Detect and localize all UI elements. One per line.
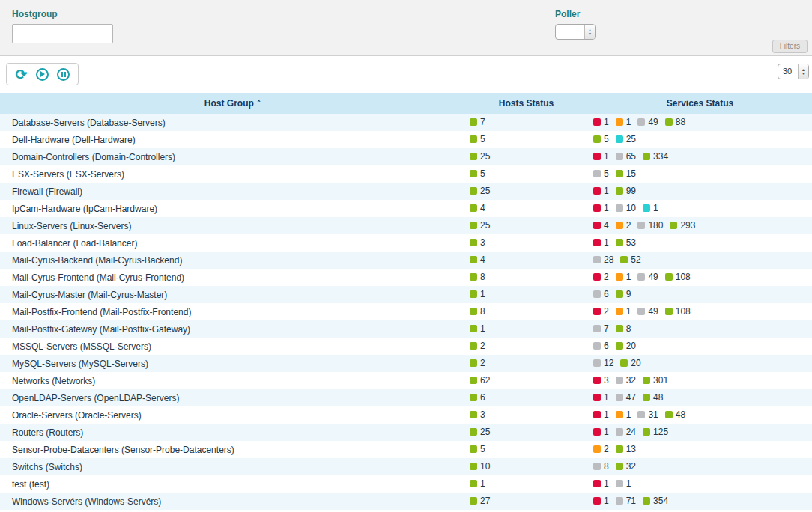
status-count: 4 [480,255,485,265]
unknown-square-icon [637,222,645,229]
status-count: 25 [480,151,490,162]
filter-panel: Hostgroup Poller ▲▼ Filters [0,0,812,56]
status-count: 47 [626,392,636,403]
page-size-select[interactable]: 30 ▲▼ [778,64,809,79]
refresh-button[interactable]: ⟳ [14,67,28,82]
hostgroup-name-link[interactable]: Mail-Cyrus-Frontend (Mail-Cyrus-Frontend… [12,272,184,283]
pending-square-icon [616,135,623,143]
status-count: 3 [604,375,609,385]
hostgroup-name-link[interactable]: Oracle-Servers (Oracle-Servers) [12,410,142,421]
hostgroup-name-link[interactable]: Windows-Servérs (Windows-Servérs) [12,496,161,507]
critical-square-icon [593,273,601,281]
column-header-services-status[interactable]: Services Status [588,93,812,114]
status-badge-ok: 108 [665,306,691,317]
hostgroup-input[interactable] [12,24,113,43]
warning-square-icon [616,308,623,315]
select-arrows-icon: ▲▼ [798,64,808,79]
hostgroup-name-link[interactable]: Mail-Cyrus-Master (Mail-Cyrus-Master) [12,290,167,300]
status-count: 334 [653,151,668,162]
hostgroup-name-link[interactable]: Sensor-Probe-Datacenters (Sensor-Probe-D… [12,445,234,455]
unknown-square-icon [593,325,601,332]
hostgroup-name-link[interactable]: Database-Servers (Database-Servers) [12,118,166,128]
filters-toggle-button[interactable]: Filters [772,40,808,53]
status-badge-ok: 108 [665,272,691,282]
hostgroup-name-link[interactable]: ESX-Servers (ESX-Servers) [12,169,124,180]
warning-square-icon [616,222,623,229]
table-row: MySQL-Servers (MySQL-Servers)21220 [0,355,812,372]
table-row: Load-Balancer (Load-Balancer)3153 [0,234,812,252]
status-count: 180 [648,220,663,231]
hostgroup-name-link[interactable]: Switchs (Switchs) [12,462,82,472]
hostgroup-name-link[interactable]: Dell-Hardware (Dell-Hardware) [12,135,136,145]
ok-square-icon [616,187,623,195]
status-badge-ok: 62 [470,375,490,385]
hostgroup-name-link[interactable]: Load-Balancer (Load-Balancer) [12,238,137,249]
table-row: Dell-Hardware (Dell-Hardware)5525 [0,131,812,148]
column-header-host-group[interactable]: Host Groupˆ [0,93,464,114]
hostgroup-name-link[interactable]: Networks (Networks) [12,376,95,386]
hostgroup-name-link[interactable]: IpCam-Hardware (IpCam-Hardware) [12,204,157,214]
hostgroup-label: Hostgroup [12,9,113,19]
ok-square-icon [670,222,677,229]
status-count: 6 [604,289,609,299]
ok-square-icon [470,325,477,332]
status-badge-unknown: 7 [593,323,609,334]
status-badge-critical: 2 [593,306,609,317]
unknown-square-icon [616,428,623,436]
hostgroup-name-link[interactable]: Mail-Postfix-Frontend (Mail-Postfix-Fron… [12,307,191,317]
hostgroup-name-link[interactable]: Mail-Postfix-Gateway (Mail-Postfix-Gatew… [12,324,190,335]
status-badge-ok: 8 [616,323,631,334]
status-badge-warning: 1 [616,409,631,420]
status-badge-unknown: 12 [593,358,613,368]
status-count: 49 [648,272,658,282]
hostgroup-name-link[interactable]: MSSQL-Servers (MSSQL-Servers) [12,341,151,352]
ok-square-icon [643,428,650,436]
hostgroup-name-link[interactable]: Routers (Routers) [12,427,83,438]
poller-select[interactable]: ▲▼ [555,24,596,40]
unknown-square-icon [593,342,601,350]
ok-square-icon [470,463,477,470]
table-row: OpenLDAP-Servers (OpenLDAP-Servers)61474… [0,389,812,406]
status-badge-unknown: 28 [593,255,613,265]
status-badge-ok: 4 [470,203,485,213]
play-button[interactable] [35,67,49,82]
status-badge-unknown: 10 [616,203,636,213]
ok-square-icon [616,342,623,350]
status-badge-ok: 10 [470,461,490,472]
hostgroup-name-link[interactable]: Domain-Controllers (Domain-Controllers) [12,152,175,162]
status-count: 3 [480,409,485,420]
hostgroup-name-link[interactable]: MySQL-Servers (MySQL-Servers) [12,359,148,369]
ok-square-icon [616,170,623,177]
hostgroup-name-link[interactable]: Linux-Servers (Linux-Servers) [12,221,131,231]
ok-square-icon [470,290,477,298]
status-badge-ok: 25 [470,186,490,196]
ok-square-icon [665,308,673,315]
hostgroup-name-link[interactable]: OpenLDAP-Servers (OpenLDAP-Servers) [12,393,179,403]
ok-square-icon [643,497,650,505]
critical-square-icon [593,394,601,401]
table-row: Linux-Servers (Linux-Servers)2542180293 [0,217,812,234]
pause-button[interactable] [56,67,70,82]
table-row: Switchs (Switchs)10832 [0,458,812,475]
status-badge-ok: 88 [665,117,685,127]
status-badge-critical: 1 [593,186,609,196]
status-count: 8 [480,306,485,317]
status-badge-ok: 2 [470,341,485,351]
status-badge-ok: 99 [616,186,636,196]
ok-square-icon [470,359,477,367]
status-badge-unknown: 71 [616,496,636,506]
hostgroup-name-link[interactable]: test (test) [12,479,49,490]
status-badge-ok: 1 [470,289,485,299]
page-size-value: 30 [778,64,798,79]
poller-filter: Poller ▲▼ [555,9,596,42]
status-badge-critical: 1 [593,478,609,489]
unknown-square-icon [593,463,601,470]
status-count: 15 [626,168,636,179]
unknown-square-icon [637,273,645,281]
status-badge-critical: 1 [593,427,609,437]
hostgroup-name-link[interactable]: Firewall (Firewall) [12,186,82,197]
refresh-icon: ⟳ [16,67,28,82]
status-badge-ok: 6 [470,392,485,403]
column-header-hosts-status[interactable]: Hosts Status [464,93,588,114]
hostgroup-name-link[interactable]: Mail-Cyrus-Backend (Mail-Cyrus-Backend) [12,255,182,266]
